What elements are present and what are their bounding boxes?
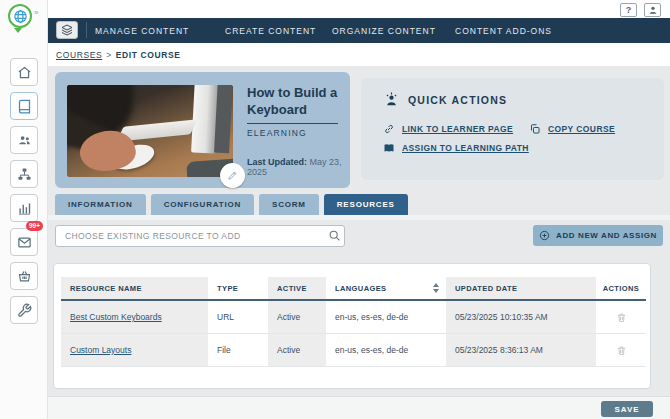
basket-icon	[17, 269, 32, 284]
app-window: » 99+ ?	[0, 0, 670, 419]
last-updated: Last Updated: May 23, 2025	[247, 157, 350, 177]
resource-updated-date: 05/23/2025 8:36:13 AM	[446, 334, 596, 366]
quick-actions-icon	[383, 91, 400, 108]
breadcrumb-current: EDIT COURSE	[116, 50, 181, 60]
sidebar-item-reports[interactable]	[10, 194, 38, 222]
last-updated-label: Last Updated:	[247, 157, 307, 167]
trash-icon	[616, 312, 627, 323]
course-thumbnail	[67, 85, 233, 177]
assign-to-learning-path-label: ASSIGN TO LEARNING PATH	[402, 143, 529, 153]
nav-divider	[86, 22, 87, 38]
quick-actions-header: QUICK ACTIONS	[383, 91, 507, 108]
resource-active: Active	[268, 334, 326, 366]
sort-icon[interactable]	[433, 283, 439, 293]
header-updated-date: UPDATED DATE	[446, 277, 596, 299]
home-icon	[17, 65, 32, 80]
help-button[interactable]: ?	[620, 3, 637, 17]
content-menu-button[interactable]	[56, 21, 78, 39]
add-new-and-assign-label: ADD NEW AND ASSIGN	[556, 231, 657, 240]
users-icon	[17, 133, 32, 148]
table-row: Best Custom Keyboards URL Active en-us, …	[61, 301, 646, 334]
course-title: How to Build a Keyboard	[247, 85, 338, 119]
breadcrumb: COURSES > EDIT COURSE	[48, 43, 670, 66]
wrench-icon	[17, 303, 32, 318]
resource-type: URL	[208, 301, 268, 333]
resource-type: File	[208, 334, 268, 366]
save-button[interactable]: SAVE	[601, 401, 653, 417]
search-input[interactable]	[55, 225, 345, 247]
main-content: How to Build a Keyboard ELEARNING Last U…	[48, 66, 670, 396]
tab-resources[interactable]: RESOURCES	[324, 194, 408, 215]
sidebar-item-users[interactable]	[10, 126, 38, 154]
nav-create-content[interactable]: CREATE CONTENT	[225, 18, 316, 43]
course-summary-card: How to Build a Keyboard ELEARNING Last U…	[55, 72, 350, 188]
link-icon	[383, 123, 395, 135]
sidebar-expand-icon[interactable]: »	[34, 8, 37, 17]
tab-configuration[interactable]: CONFIGURATION	[151, 194, 254, 215]
table-header-row: RESOURCE NAME TYPE ACTIVE LANGUAGES UPDA…	[61, 277, 646, 301]
course-content-type: ELEARNING	[247, 128, 338, 138]
resources-table: RESOURCE NAME TYPE ACTIVE LANGUAGES UPDA…	[61, 277, 646, 367]
unread-count-badge: 99+	[26, 221, 43, 231]
quick-actions-title: QUICK ACTIONS	[408, 94, 507, 106]
link-to-learner-page[interactable]: LINK TO LEARNER PAGE	[383, 123, 513, 135]
course-tabs: INFORMATION CONFIGURATION SCORM RESOURCE…	[55, 194, 408, 215]
tab-strip	[48, 215, 670, 220]
header-languages-label: LANGUAGES	[335, 284, 387, 293]
resource-name-link[interactable]: Best Custom Keyboards	[70, 312, 162, 322]
header-resource-name: RESOURCE NAME	[61, 277, 208, 299]
resource-updated-date: 05/23/2025 10:10:35 AM	[446, 301, 596, 333]
top-strip: ?	[48, 0, 670, 18]
sidebar: » 99+	[0, 0, 48, 419]
breadcrumb-courses-link[interactable]: COURSES	[56, 50, 102, 60]
app-logo[interactable]	[8, 4, 32, 28]
sidebar-item-messages[interactable]	[10, 228, 38, 256]
edit-thumbnail-button[interactable]	[220, 163, 245, 188]
bottom-bar: SAVE	[48, 396, 670, 419]
trash-icon	[616, 345, 627, 356]
logo-tail	[14, 28, 22, 33]
delete-resource-button[interactable]	[616, 345, 627, 356]
resources-table-card: RESOURCE NAME TYPE ACTIVE LANGUAGES UPDA…	[53, 263, 651, 389]
layers-icon	[61, 24, 73, 36]
quick-actions-panel: QUICK ACTIONS LINK TO LEARNER PAGE COPY …	[361, 78, 664, 180]
nav-content-add-ons[interactable]: CONTENT ADD-ONS	[455, 18, 552, 43]
breadcrumb-separator: >	[106, 50, 112, 60]
globe-icon	[13, 9, 28, 24]
sidebar-item-courses[interactable]	[10, 92, 38, 120]
bar-chart-icon	[17, 201, 32, 216]
tab-information[interactable]: INFORMATION	[55, 194, 146, 215]
assign-to-learning-path-link[interactable]: ASSIGN TO LEARNING PATH	[383, 142, 529, 154]
title-divider	[247, 123, 338, 124]
add-new-and-assign-button[interactable]: ADD NEW AND ASSIGN	[533, 225, 663, 246]
header-actions: ACTIONS	[596, 277, 646, 299]
resource-active: Active	[268, 301, 326, 333]
copy-course-label: COPY COURSE	[548, 124, 615, 134]
header-languages: LANGUAGES	[326, 277, 446, 299]
book-icon	[17, 99, 32, 114]
resource-languages: en-us, es-es, de-de	[326, 334, 446, 366]
plus-circle-icon	[539, 230, 550, 241]
table-body: Best Custom Keyboards URL Active en-us, …	[61, 301, 646, 367]
tab-scorm[interactable]: SCORM	[259, 194, 319, 215]
table-row: Custom Layouts File Active en-us, es-es,…	[61, 334, 646, 367]
copy-icon	[529, 123, 541, 135]
sidebar-item-store[interactable]	[10, 262, 38, 290]
nav-organize-content[interactable]: ORGANIZE CONTENT	[332, 18, 436, 43]
pencil-icon	[227, 170, 238, 181]
sidebar-item-home[interactable]	[10, 58, 38, 86]
copy-course-link[interactable]: COPY COURSE	[529, 123, 615, 135]
link-to-learner-page-label: LINK TO LEARNER PAGE	[402, 124, 513, 134]
delete-resource-button[interactable]	[616, 312, 627, 323]
mail-icon	[17, 235, 32, 250]
search-icon	[328, 229, 341, 242]
resource-name-link[interactable]: Custom Layouts	[70, 345, 131, 355]
profile-button[interactable]	[644, 3, 661, 17]
sidebar-item-org-chart[interactable]	[10, 160, 38, 188]
open-book-icon	[383, 142, 395, 154]
header-type: TYPE	[208, 277, 268, 299]
nav-manage-content[interactable]: MANAGE CONTENT	[95, 18, 189, 43]
header-active: ACTIVE	[268, 277, 326, 299]
help-label: ?	[626, 5, 632, 15]
sidebar-item-tools[interactable]	[10, 296, 38, 324]
